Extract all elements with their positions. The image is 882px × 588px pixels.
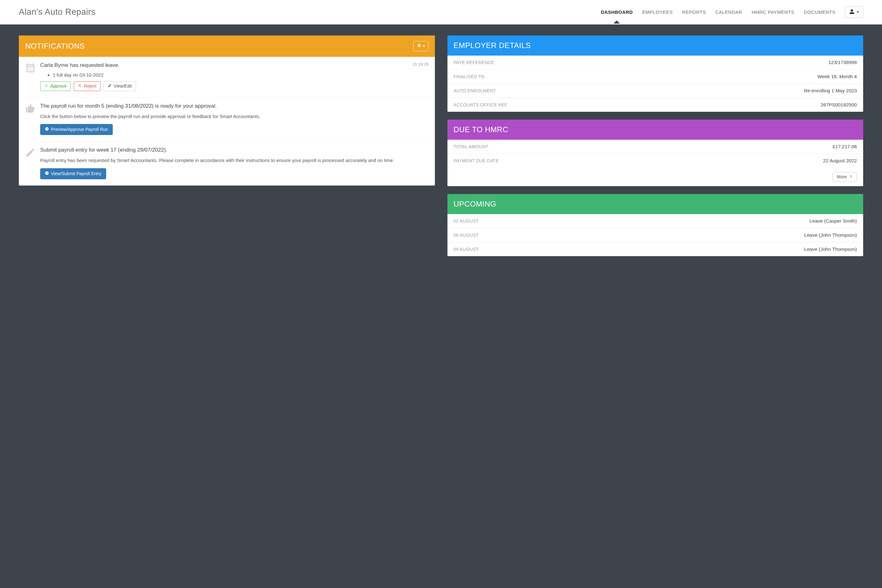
due-to-hmrc-panel: DUE TO HMRC TOTAL AMOUNT £17,217.06 PAYM… <box>447 120 864 186</box>
upcoming-title: UPCOMING <box>454 200 496 208</box>
chevron-right-icon <box>849 174 853 180</box>
notification-item: Carla Byrne has requested leave. 21:19:2… <box>19 57 435 98</box>
employer-details-list: PAYE REFERENCE 123/1739999 FINALISED TO … <box>447 56 864 112</box>
nav-calendar[interactable]: CALENDAR <box>715 1 742 23</box>
brand-title: Alan's Auto Repairs <box>19 7 96 17</box>
notification-title: Submit payroll entry for week 17 (ending… <box>40 147 429 154</box>
pencil-icon <box>25 147 36 179</box>
action-label: Preview/Approve Payroll Run <box>51 127 108 132</box>
notification-body: The payroll run for month 5 (ending 31/0… <box>40 103 429 135</box>
right-column: EMPLOYER DETAILS PAYE REFERENCE 123/1739… <box>447 36 864 256</box>
notification-item: The payroll run for month 5 (ending 31/0… <box>19 98 435 142</box>
kv-value: Leave (John Thompson) <box>804 232 857 238</box>
notifications-panel: NOTIFICATIONS Carla Byrne has requested … <box>19 36 435 186</box>
nav-documents[interactable]: DOCUMENTS <box>804 1 836 23</box>
kv-row: ACCOUNTS OFFICE REF 267PS00182500 <box>447 98 864 112</box>
user-icon <box>849 9 855 16</box>
notification-body: Carla Byrne has requested leave. 21:19:2… <box>40 62 429 91</box>
notification-description: Payroll entry has been requested by Smar… <box>40 157 429 164</box>
kv-value: 22 August 2022 <box>823 158 857 164</box>
kv-value: 267PS00182500 <box>820 102 857 108</box>
employer-details-title: EMPLOYER DETAILS <box>454 41 531 50</box>
upcoming-list: 02 AUGUST Leave (Casper Smith) 08 AUGUST… <box>447 214 864 256</box>
chevron-down-icon <box>423 45 425 47</box>
main-container: NOTIFICATIONS Carla Byrne has requested … <box>0 24 882 267</box>
kv-value: 123/1739999 <box>828 60 857 65</box>
kv-row: AUTO ENROLMENT Re-enrolling 1 May 2023 <box>447 84 864 98</box>
kv-label: AUTO ENROLMENT <box>454 88 496 93</box>
kv-label: TOTAL AMOUNT <box>454 144 489 149</box>
thumbs-up-icon <box>25 103 36 135</box>
kv-row: TOTAL AMOUNT £17,217.06 <box>447 140 864 154</box>
user-menu-button[interactable] <box>845 7 863 18</box>
upcoming-header: UPCOMING <box>447 194 864 214</box>
close-icon <box>78 84 82 89</box>
action-label: View/Submit Payroll Entry <box>51 171 101 176</box>
chevron-down-icon <box>856 11 859 13</box>
nav-reports[interactable]: REPORTS <box>682 1 706 23</box>
more-label: More <box>837 174 847 180</box>
kv-value: Week 16, Month 4 <box>818 74 857 80</box>
kv-label: FINALISED TO <box>454 74 485 79</box>
due-to-hmrc-footer: More <box>447 168 864 186</box>
kv-value: Re-enrolling 1 May 2023 <box>804 88 857 93</box>
notifications-header: NOTIFICATIONS <box>19 36 435 57</box>
notification-description: Click the button below to preview the pa… <box>40 113 429 120</box>
kv-label: 09 AUGUST <box>454 247 479 252</box>
kv-row: 08 AUGUST Leave (John Thompson) <box>447 228 864 242</box>
kv-row: 09 AUGUST Leave (John Thompson) <box>447 242 864 256</box>
notification-title: Carla Byrne has requested leave. <box>40 62 119 69</box>
reject-label: Reject <box>84 84 96 89</box>
arrow-right-circle-icon <box>45 127 49 132</box>
nav-hmrc-payments[interactable]: HMRC PAYMENTS <box>752 1 794 23</box>
nav-employees[interactable]: EMPLOYEES <box>642 1 673 23</box>
reject-button[interactable]: Reject <box>74 81 100 91</box>
view-edit-button[interactable]: View/Edit <box>104 81 136 91</box>
more-button[interactable]: More <box>833 172 857 182</box>
notifications-settings-button[interactable] <box>413 41 429 51</box>
nav-dashboard[interactable]: DASHBOARD <box>601 1 633 23</box>
notification-time: 21:19:29 <box>412 62 429 66</box>
gear-icon <box>417 44 421 49</box>
kv-row: 02 AUGUST Leave (Casper Smith) <box>447 214 864 228</box>
due-to-hmrc-title: DUE TO HMRC <box>454 125 508 134</box>
kv-label: PAYE REFERENCE <box>454 60 495 65</box>
due-to-hmrc-header: DUE TO HMRC <box>447 120 864 140</box>
kv-label: 08 AUGUST <box>454 232 479 238</box>
check-icon <box>44 84 48 89</box>
kv-value: Leave (John Thompson) <box>804 246 857 252</box>
view-edit-label: View/Edit <box>114 84 132 89</box>
kv-row: FINALISED TO Week 16, Month 4 <box>447 70 864 84</box>
view-submit-payroll-entry-button[interactable]: View/Submit Payroll Entry <box>40 168 106 179</box>
kv-label: PAYMENT DUE DATE <box>454 158 499 163</box>
pencil-icon <box>108 84 112 89</box>
approve-label: Approve <box>50 84 67 89</box>
kv-value: Leave (Casper Smith) <box>810 218 857 224</box>
kv-label: ACCOUNTS OFFICE REF <box>454 102 507 107</box>
arrow-right-circle-icon <box>45 171 49 176</box>
topbar: Alan's Auto Repairs DASHBOARD EMPLOYEES … <box>0 0 882 24</box>
upcoming-panel: UPCOMING 02 AUGUST Leave (Casper Smith) … <box>447 194 864 256</box>
notification-body: Submit payroll entry for week 17 (ending… <box>40 147 429 179</box>
notification-item: Submit payroll entry for week 17 (ending… <box>19 142 435 185</box>
employer-details-header: EMPLOYER DETAILS <box>447 36 864 56</box>
main-nav: DASHBOARD EMPLOYEES REPORTS CALENDAR HMR… <box>601 1 863 23</box>
approve-button[interactable]: Approve <box>40 81 70 91</box>
calendar-icon <box>25 62 36 91</box>
due-to-hmrc-list: TOTAL AMOUNT £17,217.06 PAYMENT DUE DATE… <box>447 140 864 168</box>
kv-value: £17,217.06 <box>832 144 857 149</box>
employer-details-panel: EMPLOYER DETAILS PAYE REFERENCE 123/1739… <box>447 36 864 112</box>
kv-row: PAYE REFERENCE 123/1739999 <box>447 56 864 70</box>
left-column: NOTIFICATIONS Carla Byrne has requested … <box>19 36 435 186</box>
notification-title: The payroll run for month 5 (ending 31/0… <box>40 103 429 110</box>
kv-label: 02 AUGUST <box>454 219 479 224</box>
preview-approve-payroll-button[interactable]: Preview/Approve Payroll Run <box>40 124 113 135</box>
kv-row: PAYMENT DUE DATE 22 August 2022 <box>447 154 864 168</box>
notification-bullet: 1 full day on 03-10-2022 <box>53 72 429 78</box>
notifications-title: NOTIFICATIONS <box>25 42 85 51</box>
